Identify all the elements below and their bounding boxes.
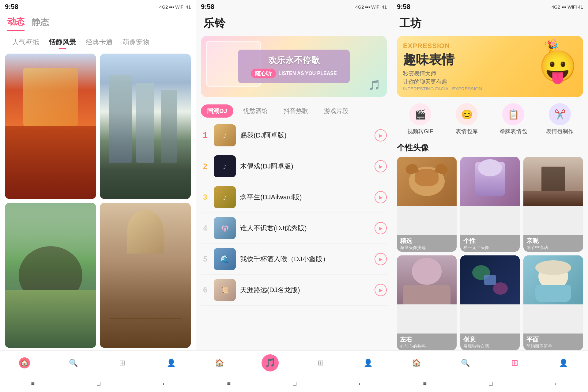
workshop-banner[interactable]: EXPRESSION 趣味表情 秒变表情大师 让你的聊天更有趣 INTEREST… xyxy=(397,36,583,97)
sticker-icon[interactable]: 😊 xyxy=(456,103,478,125)
nav-home-3[interactable]: 🏠 xyxy=(411,357,422,368)
music-item-1[interactable]: 1 ♪ 赐我(DJ阿卓版) ▶ xyxy=(201,120,387,151)
back-btn-3[interactable]: ‹ xyxy=(555,380,557,387)
avatar-card-pingmian[interactable]: 平面 简约而不简单 xyxy=(523,255,583,350)
music-item-2[interactable]: 2 ♪ 木偶戏(DJ阿卓版) ▶ xyxy=(201,151,387,182)
music-info-3: 念平生(DJAilward版) xyxy=(240,193,370,202)
nav-user-3[interactable]: 👤 xyxy=(558,357,569,368)
back-btn-1[interactable]: ‹ xyxy=(163,380,165,387)
status-bar-3: 9:58 4G2 ▪▪▪ WiFi 41 xyxy=(392,0,588,13)
play-btn-6[interactable]: ▶ xyxy=(375,284,387,296)
workshop-icon-sticker[interactable]: 😊 表情包库 xyxy=(443,103,490,135)
wifi-2: WiFi xyxy=(371,4,380,9)
music-item-5[interactable]: 5 🌊 我饮千杯酒入喉（DJ小鑫版） ▶ xyxy=(201,244,387,275)
battery-3: 41 xyxy=(578,4,583,9)
play-btn-1[interactable]: ▶ xyxy=(375,129,387,141)
wallpaper-item-4[interactable] xyxy=(100,203,191,348)
home-btn-1[interactable]: □ xyxy=(97,380,100,387)
music-icon-2[interactable]: 🎵 xyxy=(262,354,279,371)
user-icon-2[interactable]: 👤 xyxy=(363,357,374,368)
sign-icon[interactable]: 📋 xyxy=(502,103,524,125)
sign-label: 举牌表情包 xyxy=(499,128,527,135)
avatar-card-zuoyou[interactable]: 左右 心与心的共鸣 xyxy=(397,255,457,350)
menu-btn-1[interactable]: ≡ xyxy=(31,380,35,387)
workshop-icon-make[interactable]: ✂️ 表情包制作 xyxy=(537,103,583,135)
signal-2: ▪▪▪ xyxy=(365,4,370,9)
workshop-icon-gif[interactable]: 🎬 视频转GIF xyxy=(397,103,443,135)
music-item-3[interactable]: 3 ♪ 念平生(DJAilward版) ▶ xyxy=(201,182,387,213)
home-btn-2[interactable]: □ xyxy=(293,380,296,387)
home-icon-2[interactable]: 🏠 xyxy=(214,357,225,368)
genre-tiktok[interactable]: 抖音热歌 xyxy=(277,104,314,118)
avatar-label-6: 平面 简约而不简单 xyxy=(523,334,583,350)
play-btn-2[interactable]: ▶ xyxy=(375,160,387,172)
grid-icon-1[interactable]: ⊞ xyxy=(117,357,128,368)
make-icon[interactable]: ✂️ xyxy=(549,103,571,125)
nav-search-1[interactable]: 🔍 xyxy=(68,357,79,368)
rank-badge-1: 1 xyxy=(203,130,208,140)
nav-grid-3[interactable]: ⊞ xyxy=(509,357,520,368)
wallpaper-item-3[interactable] xyxy=(5,203,96,348)
nav-music-2[interactable]: 🎵 xyxy=(262,354,279,371)
android-nav-2: ≡ □ ‹ xyxy=(196,375,392,392)
avatar-card-jingxuan[interactable]: 精选 海量头像挑选 xyxy=(397,157,457,252)
avatar-grid: 精选 海量头像挑选 个性 独一无二头像 亲昵 xyxy=(392,157,588,350)
grid-icon-3[interactable]: ⊞ xyxy=(509,357,520,368)
home-btn-3[interactable]: □ xyxy=(489,380,492,387)
search-icon-3[interactable]: 🔍 xyxy=(460,357,471,368)
rank-6: 6 xyxy=(201,286,209,294)
nav-search-3[interactable]: 🔍 xyxy=(460,357,471,368)
thumb-5: 🌊 xyxy=(214,248,236,270)
music-item-4[interactable]: 4 👘 谁人不识君(DJ优秀版) ▶ xyxy=(201,213,387,244)
play-btn-3[interactable]: ▶ xyxy=(375,191,387,203)
time-3: 9:58 xyxy=(397,3,410,11)
music-item-6[interactable]: 6 📜 天涯路远(DJ名龙版) ▶ xyxy=(201,275,387,306)
genre-game[interactable]: 游戏片段 xyxy=(318,104,355,118)
nav-home-2[interactable]: 🏠 xyxy=(214,357,225,368)
cat-cartoon[interactable]: 经典卡通 xyxy=(81,36,118,49)
rank-2: 2 xyxy=(201,162,209,171)
song-name-4: 谁人不识君(DJ优秀版) xyxy=(240,224,370,233)
avatar-card-qinni[interactable]: 亲昵 细节中流动 xyxy=(523,157,583,252)
user-icon-1[interactable]: 👤 xyxy=(166,357,177,368)
gif-icon[interactable]: 🎬 xyxy=(409,103,431,125)
nav-grid-2[interactable]: ⊞ xyxy=(315,357,326,368)
menu-btn-2[interactable]: ≡ xyxy=(227,380,231,387)
nav-home-1[interactable]: 🏠 xyxy=(19,357,30,368)
cat-popular[interactable]: 人气壁纸 xyxy=(7,36,44,49)
wallpaper-item-2[interactable] xyxy=(100,54,191,199)
tab-dynamic[interactable]: 动态 xyxy=(7,16,24,31)
play-btn-4[interactable]: ▶ xyxy=(375,222,387,234)
rank-1: 1 xyxy=(201,130,209,140)
banner-subtitle: LISTEN AS YOU PLEASE xyxy=(278,71,337,76)
status-icons-3: 4G2 ▪▪▪ WiFi 41 xyxy=(552,4,583,9)
genre-sad[interactable]: 忧愁酒馆 xyxy=(237,104,274,118)
wallpaper-item-1[interactable] xyxy=(5,54,96,199)
back-btn-2[interactable]: ‹ xyxy=(359,380,361,387)
nav-user-1[interactable]: 👤 xyxy=(166,357,177,368)
grid-icon-2[interactable]: ⊞ xyxy=(315,357,326,368)
thumb-4: 👘 xyxy=(214,217,236,239)
play-btn-5[interactable]: ▶ xyxy=(375,253,387,265)
cat-pets[interactable]: 萌趣宠物 xyxy=(118,36,154,49)
tab-static[interactable]: 静态 xyxy=(32,17,49,31)
music-panel: 9:58 4G2 ▪▪▪ WiFi 41 乐铃 欢乐永不停歇 随心听 LISTE… xyxy=(196,0,392,392)
user-icon-3[interactable]: 👤 xyxy=(558,357,569,368)
bottom-nav-2: 🏠 🎵 ⊞ 👤 xyxy=(196,350,392,375)
menu-btn-3[interactable]: ≡ xyxy=(423,380,427,387)
genre-guochao[interactable]: 国潮DJ xyxy=(201,104,233,118)
network-2: 4G2 xyxy=(355,4,364,9)
workshop-emoji: 😛 xyxy=(539,48,577,85)
category-tabs: 人气壁纸 恬静风景 经典卡通 萌趣宠物 xyxy=(0,31,196,51)
cat-nature[interactable]: 恬静风景 xyxy=(44,36,81,49)
search-icon-1[interactable]: 🔍 xyxy=(68,357,79,368)
avatar-card-gexing[interactable]: 个性 独一无二头像 xyxy=(460,157,520,252)
banner-sub2: 让你的聊天更有趣 xyxy=(403,78,539,86)
status-bar-1: 9:58 4G2 ▪▪▪ WiFi 41 xyxy=(0,0,196,13)
home-icon-1[interactable]: 🏠 xyxy=(19,357,30,368)
nav-grid-1[interactable]: ⊞ xyxy=(117,357,128,368)
avatar-card-chuangyi[interactable]: 创意 展现独特自我 xyxy=(460,255,520,350)
workshop-icon-sign[interactable]: 📋 举牌表情包 xyxy=(490,103,537,135)
nav-user-2[interactable]: 👤 xyxy=(363,357,374,368)
home-icon-3[interactable]: 🏠 xyxy=(411,357,422,368)
